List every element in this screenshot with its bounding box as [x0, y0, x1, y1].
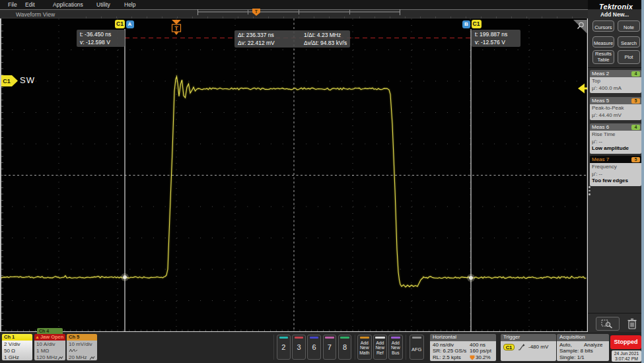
box-zoom-icon: [596, 317, 619, 330]
meas5-source-chip: 5: [631, 98, 640, 104]
record-view-ruler[interactable]: T: [185, 9, 410, 18]
results-panel: Add New... Cursors Note Measure Search R…: [588, 9, 644, 332]
divider: [588, 313, 641, 314]
ch4-badge-tab[interactable]: Ch 4: [37, 328, 63, 334]
add-new-label: Add New...: [588, 11, 641, 18]
add-cursors-button[interactable]: Cursors: [592, 20, 614, 32]
delta-v: Δv: 22.412 mV: [238, 39, 302, 47]
brand-logo: Tektronix: [588, 0, 644, 9]
cursor-b-readout: t: 199.887 ns v: -12.576 V: [472, 30, 520, 47]
add-plot-button[interactable]: Plot: [618, 50, 640, 64]
ch3-color-line: [295, 337, 304, 339]
ch4-scale: 10 A/div: [36, 341, 65, 348]
ch1-position-marker[interactable]: C1: [1, 75, 18, 86]
ch8-button[interactable]: 8: [338, 335, 352, 360]
add-new-math-button[interactable]: Add New Math: [357, 335, 372, 360]
add-measure-button[interactable]: Measure: [592, 36, 614, 48]
box-zoom-tool-button[interactable]: [596, 317, 620, 331]
meas5-label: Peak-to-Peak: [592, 105, 639, 112]
delta-v-over-delta-t: Δv/Δt: 94.83 kV/s: [304, 39, 347, 47]
waveform-canvas: T C1: [0, 18, 588, 332]
add-new-bus-button[interactable]: Add New Bus: [388, 335, 403, 360]
screen-edge-strip: [641, 0, 644, 363]
meas7-label: Frequency: [592, 164, 639, 171]
ch5-bandwidth: 20 MHz: [69, 354, 87, 360]
results-bar-drag-handle[interactable]: [589, 186, 591, 197]
cursor-a-chip[interactable]: A: [126, 20, 134, 28]
menu-help[interactable]: Help: [124, 1, 135, 8]
record-length: RL: 2.5 kpts: [433, 354, 470, 361]
meas2-value: µ': 400.0 mA: [592, 85, 639, 92]
oscilloscope-app: File Edit Applications Utility Help Tekt…: [0, 0, 644, 363]
ch4-badge[interactable]: ▲ Jaw Open 10 A/div 1 MΩ 120 MHz: [34, 334, 65, 360]
ruler-trigger-icon[interactable]: T: [252, 9, 260, 16]
ch7-button-label: 7: [324, 343, 336, 351]
meas2-source-chip: 4: [631, 71, 640, 77]
ch3-button[interactable]: 3: [292, 335, 306, 360]
horizontal-panel[interactable]: Horizontal 40 ns/div400 ns SR: 6.25 GS/s…: [430, 334, 496, 361]
meas5-title: Meas 5: [592, 97, 609, 104]
meas6-source-chip: 4: [631, 125, 640, 130]
meas7-status: Too few edges: [592, 178, 639, 185]
menu-file[interactable]: File: [8, 1, 17, 8]
divider: [355, 335, 355, 360]
ch2-button[interactable]: 2: [277, 335, 291, 360]
trigger-position-percent: 30.2%: [476, 354, 491, 361]
results-table-l2: Table: [593, 57, 614, 63]
cursor-b-chip[interactable]: B: [462, 20, 470, 28]
ch1-badge[interactable]: Ch 1 2 V/div 50 Ω 1 GHz: [2, 334, 32, 360]
ch5-badge[interactable]: Ch 5 10 mV/div 20 MHz: [67, 334, 97, 360]
meas6-badge[interactable]: Meas 6 4 Rise Time µ': -- Low amplitude: [590, 123, 641, 154]
acquisition-panel[interactable]: Acquisition Auto,Analyze Sample: 8 bits …: [557, 334, 609, 361]
trigger-source-chip: C1: [503, 344, 515, 350]
cursor-b-source-chip[interactable]: C1: [472, 20, 482, 28]
acquisition-mode: Auto,: [559, 342, 584, 348]
add-results-table-button[interactable]: Results Table: [592, 50, 614, 64]
sample-rate: SR: 6.25 GS/s: [433, 348, 470, 354]
draw-zoom-corner-button[interactable]: [573, 20, 587, 34]
run-stop-status-button[interactable]: Stopped: [610, 335, 641, 349]
meas2-title: Meas 2: [592, 70, 609, 77]
ch1-trace: [0, 77, 586, 287]
meas2-badge[interactable]: Meas 2 4 Top µ': 400.0 mA: [590, 70, 641, 93]
add-note-button[interactable]: Note: [618, 20, 640, 32]
meas6-status: Low amplitude: [592, 145, 639, 152]
add-bus-l3: Bus: [389, 350, 402, 356]
menu-utility[interactable]: Utility: [96, 1, 110, 8]
cursor-b-voltage: v: -12.576 V: [475, 38, 517, 46]
trigger-panel[interactable]: Trigger C1 -480 mV: [501, 334, 556, 361]
add-new-ref-button[interactable]: Add New Ref: [373, 335, 388, 360]
horizontal-window: 400 ns: [470, 342, 485, 348]
ch5-coupling-icon: [69, 348, 79, 353]
cursor-a-voltage: v: -12.598 V: [80, 38, 122, 46]
waveform-plot[interactable]: T C1 C1 A B C1 t: -36.450 n: [0, 18, 588, 332]
ch7-button[interactable]: 7: [323, 335, 337, 360]
meas5-badge[interactable]: Meas 5 5 Peak-to-Peak µ': 44.40 mV: [590, 97, 641, 120]
meas2-label: Top: [592, 78, 639, 85]
horizontal-panel-title: Horizontal: [430, 334, 496, 341]
ch8-color-line: [340, 337, 349, 339]
ch2-button-label: 2: [277, 343, 290, 351]
afg-button[interactable]: AFG: [410, 335, 424, 360]
ch6-button[interactable]: 6: [307, 335, 321, 360]
menu-applications[interactable]: Applications: [53, 1, 83, 8]
add-search-button[interactable]: Search: [618, 36, 640, 48]
date: 24 Jun 2021: [612, 351, 641, 356]
trash-button[interactable]: [626, 317, 639, 331]
afg-button-label: AFG: [410, 346, 423, 352]
meas7-badge[interactable]: Meas 7 5 Frequency µ': -- Too few edges: [590, 156, 641, 186]
meas6-title: Meas 6: [592, 123, 609, 131]
menu-edit[interactable]: Edit: [25, 1, 35, 8]
afg-color-line: [412, 337, 422, 339]
ch1-badge-header: Ch 1: [2, 334, 32, 341]
tab-waveform-view[interactable]: Waveform View: [16, 11, 55, 18]
ch4-probe-icon: [57, 355, 63, 360]
svg-text:C1: C1: [3, 78, 11, 84]
ch5-scale: 10 mV/div: [69, 341, 97, 348]
trigger-level-arrow[interactable]: [578, 84, 587, 94]
cursor-a-source-chip[interactable]: C1: [115, 20, 125, 28]
trigger-position-marker[interactable]: T: [172, 20, 181, 35]
time: 3:07:42 PM: [612, 356, 641, 362]
ch4-warning-banner: ▲ Jaw Open: [34, 334, 65, 341]
horizontal-scale: 40 ns/div: [433, 342, 470, 348]
